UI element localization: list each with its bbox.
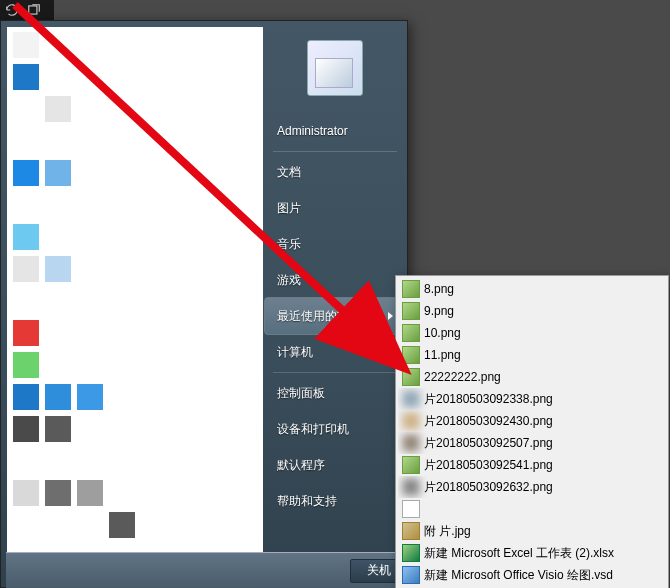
program-icon bbox=[45, 96, 71, 122]
program-icon bbox=[13, 128, 39, 154]
file-type-icon bbox=[402, 324, 420, 342]
file-thumbnail-icon bbox=[402, 478, 420, 496]
start-menu-item[interactable]: 控制面板 bbox=[265, 375, 405, 411]
recent-items-submenu: 8.png9.png10.png11.png22222222.png片20180… bbox=[395, 275, 669, 588]
program-icon bbox=[13, 480, 39, 506]
separator bbox=[273, 372, 397, 373]
start-menu-item[interactable]: 默认程序 bbox=[265, 447, 405, 483]
recent-file-item[interactable]: 22222222.png bbox=[398, 366, 666, 388]
recent-file-item[interactable]: 片20180503092632.png bbox=[398, 476, 666, 498]
program-item[interactable] bbox=[13, 477, 257, 509]
user-picture-icon bbox=[307, 40, 363, 96]
recent-file-item[interactable] bbox=[398, 498, 666, 520]
start-menu-item[interactable]: 音乐 bbox=[265, 226, 405, 262]
recent-file-item[interactable]: 附 片.jpg bbox=[398, 520, 666, 542]
program-item[interactable] bbox=[13, 125, 257, 157]
program-icon bbox=[13, 512, 39, 538]
program-icon bbox=[13, 64, 39, 90]
user-avatar-area[interactable] bbox=[263, 27, 407, 109]
program-icon bbox=[77, 448, 103, 474]
program-item[interactable] bbox=[13, 317, 257, 349]
program-icon bbox=[109, 512, 135, 538]
start-menu-links: Administrator文档图片音乐游戏最近使用的项目计算机控制面板设备和打印… bbox=[263, 109, 407, 523]
file-type-icon bbox=[402, 522, 420, 540]
start-menu-item-label: 控制面板 bbox=[277, 385, 325, 402]
start-menu: Administrator文档图片音乐游戏最近使用的项目计算机控制面板设备和打印… bbox=[0, 20, 408, 588]
start-menu-item[interactable]: 文档 bbox=[265, 154, 405, 190]
program-icon bbox=[13, 160, 39, 186]
program-item[interactable] bbox=[13, 29, 257, 61]
start-menu-item[interactable]: Administrator bbox=[265, 113, 405, 149]
file-type-icon bbox=[402, 368, 420, 386]
recent-file-item[interactable]: 片20180503092430.png bbox=[398, 410, 666, 432]
program-icon bbox=[13, 192, 39, 218]
start-menu-item[interactable]: 帮助和支持 bbox=[265, 483, 405, 519]
recent-file-item[interactable]: 9.png bbox=[398, 300, 666, 322]
program-item[interactable] bbox=[13, 285, 257, 317]
start-menu-item[interactable]: 计算机 bbox=[265, 334, 405, 370]
recent-file-name: 新建 Microsoft Office Visio 绘图.vsd bbox=[424, 567, 613, 584]
start-menu-right-pane: Administrator文档图片音乐游戏最近使用的项目计算机控制面板设备和打印… bbox=[263, 21, 407, 587]
program-item[interactable] bbox=[13, 189, 257, 221]
start-menu-item-label: 最近使用的项目 bbox=[277, 308, 361, 325]
program-item[interactable] bbox=[13, 509, 257, 541]
rotate-icon[interactable] bbox=[4, 2, 20, 18]
program-icon bbox=[45, 448, 71, 474]
program-icon bbox=[13, 256, 39, 282]
recent-file-item[interactable]: 10.png bbox=[398, 322, 666, 344]
program-item[interactable] bbox=[13, 93, 257, 125]
program-icon bbox=[13, 416, 39, 442]
program-item[interactable] bbox=[13, 349, 257, 381]
recent-file-name: 片20180503092338.png bbox=[424, 391, 553, 408]
program-icon bbox=[13, 384, 39, 410]
shutdown-label: 关机 bbox=[367, 562, 391, 579]
start-menu-item-label: 设备和打印机 bbox=[277, 421, 349, 438]
program-icon bbox=[45, 384, 71, 410]
program-icon bbox=[13, 32, 39, 58]
svg-rect-0 bbox=[29, 6, 37, 14]
recent-file-name: 片20180503092430.png bbox=[424, 413, 553, 430]
program-item[interactable] bbox=[13, 157, 257, 189]
recent-file-item[interactable]: 新建 Microsoft Office Visio 绘图.vsd bbox=[398, 564, 666, 586]
recent-file-item[interactable]: 片20180503092338.png bbox=[398, 388, 666, 410]
program-icon bbox=[13, 448, 39, 474]
chevron-right-icon bbox=[388, 312, 393, 320]
program-item[interactable] bbox=[13, 253, 257, 285]
recent-file-item[interactable]: 11.png bbox=[398, 344, 666, 366]
program-icon bbox=[13, 224, 39, 250]
recent-file-item[interactable]: 8.png bbox=[398, 278, 666, 300]
start-menu-item[interactable]: 图片 bbox=[265, 190, 405, 226]
program-item[interactable] bbox=[13, 381, 257, 413]
recent-file-item[interactable]: 新建 Microsoft Excel 工作表 (2).xlsx bbox=[398, 542, 666, 564]
start-menu-item-label: 图片 bbox=[277, 200, 301, 217]
program-icon bbox=[45, 512, 71, 538]
start-menu-item-label: 文档 bbox=[277, 164, 301, 181]
start-menu-item[interactable]: 最近使用的项目 bbox=[265, 298, 405, 334]
program-icon bbox=[77, 384, 103, 410]
file-type-icon bbox=[402, 544, 420, 562]
program-list[interactable] bbox=[7, 27, 263, 587]
program-icon bbox=[77, 480, 103, 506]
start-menu-item[interactable]: 游戏 bbox=[265, 262, 405, 298]
program-item[interactable] bbox=[13, 221, 257, 253]
recent-file-item[interactable]: 片20180503092507.png bbox=[398, 432, 666, 454]
program-item[interactable] bbox=[13, 445, 257, 477]
recent-file-name: 22222222.png bbox=[424, 370, 501, 384]
recent-file-name: 片20180503092541.png bbox=[424, 457, 553, 474]
file-type-icon bbox=[402, 280, 420, 298]
program-icon bbox=[13, 320, 39, 346]
recent-file-item[interactable]: 片20180503092541.png bbox=[398, 454, 666, 476]
start-menu-programs-pane bbox=[7, 27, 263, 587]
recent-file-name: 10.png bbox=[424, 326, 461, 340]
program-item[interactable] bbox=[13, 413, 257, 445]
program-item[interactable] bbox=[13, 61, 257, 93]
program-icon bbox=[45, 160, 71, 186]
start-menu-item[interactable]: 设备和打印机 bbox=[265, 411, 405, 447]
separator bbox=[273, 151, 397, 152]
file-type-icon bbox=[402, 500, 420, 518]
file-type-icon bbox=[402, 302, 420, 320]
fullscreen-icon[interactable] bbox=[26, 2, 42, 18]
program-icon bbox=[13, 288, 39, 314]
start-menu-item-label: 游戏 bbox=[277, 272, 301, 289]
recent-file-name: 9.png bbox=[424, 304, 454, 318]
